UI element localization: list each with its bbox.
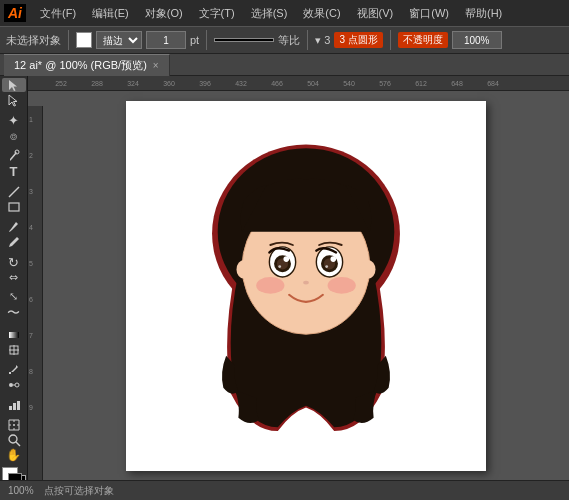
ruler-mark: 396 [187, 80, 223, 87]
options-bar: 未选择对象 描边 pt 等比 ▾ 3 3 点圆形 不透明度 [0, 26, 569, 54]
ruler-left: 1 2 3 4 5 6 7 8 9 [28, 106, 43, 480]
menu-edit[interactable]: 编辑(E) [84, 4, 137, 23]
separator2 [206, 30, 207, 50]
lasso-tool-button[interactable]: ⌾ [2, 129, 26, 143]
scale-tool-button[interactable]: ⤡ [2, 290, 26, 303]
main-layout: ✦ ⌾ T ↻ ⇔ [0, 76, 569, 480]
svg-rect-2 [9, 203, 19, 211]
ruler-mark: 466 [259, 80, 295, 87]
blend-tool-button[interactable] [2, 378, 26, 392]
tab-name: 12 ai* @ 100% (RGB/预览) [14, 58, 147, 73]
magic-wand-tool-button[interactable]: ✦ [2, 113, 26, 128]
separator [68, 30, 69, 50]
status-info: 点按可选择对象 [44, 484, 114, 498]
menu-text[interactable]: 文字(T) [191, 4, 243, 23]
svg-point-21 [236, 260, 251, 279]
zoom-level: 100% [8, 485, 34, 496]
ruler-mark: 252 [43, 80, 79, 87]
proportion-label: 等比 [278, 33, 300, 48]
svg-point-33 [283, 256, 289, 262]
menu-help[interactable]: 帮助(H) [457, 4, 510, 23]
svg-rect-12 [17, 401, 20, 410]
eyedropper-tool-button[interactable] [2, 363, 26, 377]
type-tool-button[interactable]: T [2, 164, 26, 179]
ai-logo: Ai [4, 4, 26, 22]
svg-line-16 [16, 442, 20, 446]
pencil-tool-button[interactable] [2, 235, 26, 249]
svg-point-34 [278, 265, 281, 268]
opacity-input[interactable] [452, 31, 502, 49]
direct-selection-tool-button[interactable] [2, 93, 26, 107]
toolbar: ✦ ⌾ T ↻ ⇔ [0, 76, 28, 480]
tab-bar: 12 ai* @ 100% (RGB/预览) × [0, 54, 569, 76]
artboard[interactable] [126, 101, 486, 471]
menu-effect[interactable]: 效果(C) [295, 4, 348, 23]
menu-object[interactable]: 对象(O) [137, 4, 191, 23]
no-selection-label: 未选择对象 [6, 33, 61, 48]
rectangle-tool-button[interactable] [2, 200, 26, 214]
paintbrush-tool-button[interactable] [2, 220, 26, 234]
svg-point-36 [325, 265, 328, 268]
pen-tool-button[interactable] [2, 149, 26, 163]
character-illustration [201, 121, 411, 431]
ruler-mark: 360 [151, 80, 187, 87]
status-bar: 100% 点按可选择对象 [0, 480, 569, 500]
slice-tool-button[interactable] [2, 418, 26, 432]
shape-label[interactable]: 3 点圆形 [334, 32, 382, 48]
foreground-color-swatch[interactable] [8, 473, 22, 480]
ruler-mark: 540 [331, 80, 367, 87]
svg-point-22 [360, 260, 375, 279]
stroke-width-input[interactable] [146, 31, 186, 49]
hand-tool-button[interactable]: ✋ [2, 448, 26, 462]
ruler-mark: 576 [367, 80, 403, 87]
stroke-weight-select[interactable]: 描边 [96, 31, 142, 49]
menu-view[interactable]: 视图(V) [349, 4, 402, 23]
canvas-area: 252 288 324 360 396 432 466 504 540 576 … [28, 76, 569, 480]
menu-file[interactable]: 文件(F) [32, 4, 84, 23]
shape-number-label: ▾ 3 [315, 34, 330, 47]
svg-point-35 [330, 256, 336, 262]
svg-rect-3 [9, 332, 19, 338]
zoom-tool-button[interactable] [2, 433, 26, 447]
warp-tool-button[interactable]: 〜 [2, 304, 26, 322]
ruler-mark: 288 [79, 80, 115, 87]
reflect-tool-button[interactable]: ⇔ [2, 271, 26, 284]
opacity-label[interactable]: 不透明度 [398, 32, 448, 48]
line-tool-button[interactable] [2, 185, 26, 199]
mesh-tool-button[interactable] [2, 343, 26, 357]
menu-window[interactable]: 窗口(W) [401, 4, 457, 23]
ruler-mark: 648 [439, 80, 475, 87]
column-graph-tool-button[interactable] [2, 398, 26, 412]
document-tab[interactable]: 12 ai* @ 100% (RGB/预览) × [4, 54, 170, 76]
ruler-mark: 432 [223, 80, 259, 87]
ruler-mark: 684 [475, 80, 511, 87]
stroke-color-swatch[interactable] [76, 32, 92, 48]
svg-point-23 [256, 276, 284, 293]
ruler-mark: 324 [115, 80, 151, 87]
svg-line-1 [9, 187, 19, 197]
ruler-mark: 612 [403, 80, 439, 87]
color-swatches [0, 463, 28, 480]
separator3 [307, 30, 308, 50]
svg-rect-11 [13, 403, 16, 410]
tab-close-button[interactable]: × [153, 60, 159, 71]
stroke-preview [214, 38, 274, 42]
selection-tool-button[interactable] [2, 78, 26, 92]
svg-rect-10 [9, 406, 12, 410]
fg-bg-swatch-pair[interactable] [2, 467, 26, 480]
stroke-unit-label: pt [190, 34, 199, 46]
separator4 [390, 30, 391, 50]
svg-point-15 [9, 435, 17, 443]
svg-point-37 [303, 280, 309, 284]
svg-point-7 [9, 383, 13, 387]
ruler-top: 252 288 324 360 396 432 466 504 540 576 … [28, 76, 569, 91]
menu-select[interactable]: 选择(S) [243, 4, 296, 23]
svg-point-24 [328, 276, 356, 293]
rotate-tool-button[interactable]: ↻ [2, 255, 26, 270]
menu-bar: Ai 文件(F) 编辑(E) 对象(O) 文字(T) 选择(S) 效果(C) 视… [0, 0, 569, 26]
gradient-tool-button[interactable] [2, 328, 26, 342]
ruler-mark: 504 [295, 80, 331, 87]
svg-point-8 [15, 383, 19, 387]
canvas-inner: 1 2 3 4 5 6 7 8 9 [28, 91, 569, 480]
